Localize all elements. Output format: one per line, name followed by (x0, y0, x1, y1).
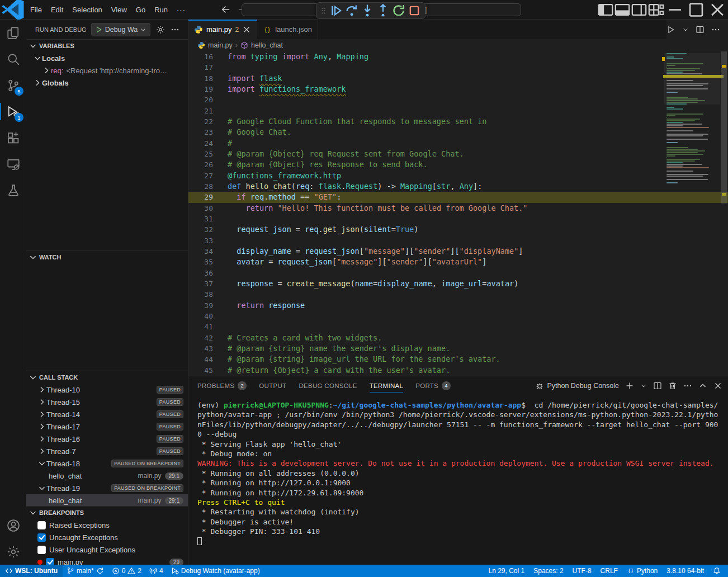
split-terminal-icon[interactable] (653, 381, 662, 390)
breakpoint-checkbox[interactable] (46, 558, 54, 565)
menu-run[interactable]: Run (150, 3, 172, 16)
breakpoints-header[interactable]: BREAKPOINTS (26, 507, 188, 519)
drag-handle-icon[interactable] (320, 7, 328, 15)
call-stack-thread[interactable]: Thread-18PAUSED ON BREAKPOINT (26, 457, 188, 470)
activity-remote-explorer[interactable] (0, 151, 26, 177)
toggle-secondary-sidebar-icon[interactable] (631, 0, 647, 20)
toggle-panel-icon[interactable] (614, 0, 631, 20)
maximize-button[interactable] (686, 0, 707, 20)
code-line[interactable]: 17 (188, 62, 728, 73)
code-line[interactable]: 37 response = create_message(name=displa… (188, 278, 728, 289)
activity-explorer[interactable] (0, 20, 26, 46)
close-tab-icon[interactable] (242, 25, 251, 34)
code-editor[interactable]: 16from typing import Any, Mapping1718imp… (188, 51, 728, 376)
tab-launch-json[interactable]: {} launch.json (257, 20, 318, 39)
restart-icon[interactable] (391, 3, 406, 18)
debug-status[interactable]: Debug Watch (avatar-app) (167, 565, 264, 577)
breakpoint-item[interactable]: Uncaught Exceptions (26, 531, 188, 543)
stop-icon[interactable] (407, 3, 422, 18)
step-into-icon[interactable] (360, 3, 375, 18)
ports-status[interactable]: 4 (145, 565, 167, 577)
code-line[interactable]: 31 (188, 214, 728, 224)
views-more-icon[interactable] (171, 25, 179, 34)
code-line[interactable]: 26# @param {Object} res Response to send… (188, 159, 728, 170)
activity-run-and-debug[interactable]: 1 (0, 98, 26, 125)
customize-layout-icon[interactable] (647, 0, 664, 20)
debug-settings-gear-icon[interactable] (156, 25, 165, 34)
breadcrumb[interactable]: main.py › hello_chat (188, 39, 728, 51)
code-line[interactable]: 25# @param {Object} req Request sent fro… (188, 149, 728, 159)
terminal-dropdown-icon[interactable] (640, 381, 647, 390)
activity-settings[interactable] (0, 538, 26, 565)
call-stack-thread[interactable]: Thread-10PAUSED (26, 384, 188, 396)
terminal-output[interactable]: (env) pierrick@LAPTOP-HKU5PNNG:~/git/goo… (188, 395, 728, 546)
code-line[interactable]: 19import functions_framework (188, 84, 728, 94)
code-line[interactable]: 40 (188, 311, 728, 321)
code-line[interactable]: 18import flask (188, 73, 728, 84)
continue-icon[interactable] (329, 3, 343, 18)
terminal-instance-label[interactable]: Python Debug Console (535, 381, 619, 390)
code-line[interactable]: 34 display_name = request_json["message"… (188, 246, 728, 257)
close-panel-icon[interactable] (713, 381, 722, 390)
breakpoint-checkbox[interactable] (37, 533, 46, 542)
code-line[interactable]: 45# @return {Object} a card with the use… (188, 365, 728, 376)
go-back-icon[interactable] (220, 4, 231, 15)
minimize-button[interactable] (664, 0, 686, 20)
call-stack-frame[interactable]: hello_chatmain.py29:1 (26, 494, 188, 506)
call-stack-header[interactable]: CALL STACK (26, 371, 188, 384)
notifications[interactable] (709, 565, 725, 577)
editor-more-actions-icon[interactable] (711, 25, 720, 34)
variables-header[interactable]: VARIABLES (26, 40, 188, 52)
code-line[interactable]: 33 (188, 235, 728, 246)
step-out-icon[interactable] (376, 3, 390, 18)
variable-req[interactable]: req: <Request 'http://charming-tro… (26, 64, 188, 77)
panel-tab-output[interactable]: OUTPUT (259, 376, 286, 395)
python-version[interactable]: 3.8.10 64-bit (663, 565, 708, 577)
problems-status[interactable]: 02 (108, 565, 145, 577)
activity-testing[interactable] (0, 177, 26, 204)
launch-config-dropdown[interactable]: Debug Wa (91, 23, 151, 36)
code-line[interactable]: 38 (188, 289, 728, 300)
branch-status[interactable]: main* (63, 565, 108, 577)
encoding[interactable]: UTF-8 (569, 565, 595, 577)
start-debug-icon[interactable] (95, 26, 103, 34)
code-line[interactable]: 39 return response (188, 300, 728, 311)
breakpoint-item[interactable]: User Uncaught Exceptions (26, 543, 188, 556)
activity-search[interactable] (0, 46, 26, 72)
variables-scope-locals[interactable]: Locals (26, 52, 188, 64)
minimap[interactable] (666, 53, 718, 372)
menu-go[interactable]: Go (131, 3, 150, 16)
variables-scope-globals[interactable]: Globals (26, 77, 188, 89)
call-stack-thread[interactable]: Thread-19PAUSED ON BREAKPOINT (26, 482, 188, 494)
panel-tab-debug-console[interactable]: DEBUG CONSOLE (299, 376, 357, 395)
run-python-file-icon[interactable] (666, 25, 675, 34)
panel-tab-problems[interactable]: PROBLEMS2 (197, 376, 247, 395)
tab-main-py[interactable]: main.py 2 (188, 20, 257, 39)
activity-source-control[interactable]: 5 (0, 72, 26, 98)
run-options-chevron-icon[interactable] (682, 25, 689, 34)
language-mode[interactable]: {}Python (623, 565, 661, 577)
menu-edit[interactable]: Edit (46, 3, 68, 16)
cursor-position[interactable]: Ln 29, Col 1 (484, 565, 528, 577)
remote-indicator[interactable]: WSL: Ubuntu (0, 565, 63, 577)
breakpoint-checkbox[interactable] (37, 521, 46, 529)
breakpoint-item[interactable]: Raised Exceptions (26, 519, 188, 531)
code-line[interactable]: 32 request_json = req.get_json(silent=Tr… (188, 224, 728, 235)
panel-more-actions-icon[interactable] (683, 381, 692, 390)
panel-tab-ports[interactable]: PORTS4 (415, 376, 451, 395)
new-terminal-icon[interactable] (625, 381, 634, 390)
code-line[interactable]: 43# @param {string} name the sender's di… (188, 343, 728, 354)
indentation[interactable]: Spaces: 2 (530, 565, 567, 577)
code-line[interactable]: 16from typing import Any, Mapping (188, 51, 728, 62)
code-line[interactable]: 23# Google Chat. (188, 127, 728, 138)
maximize-panel-icon[interactable] (698, 381, 707, 390)
call-stack-thread[interactable]: Thread-16PAUSED (26, 433, 188, 445)
code-line[interactable]: 44# @param {string} image_url the URL fo… (188, 354, 728, 365)
kill-terminal-icon[interactable] (668, 381, 677, 390)
editor-scrollbar[interactable] (720, 51, 728, 376)
code-line[interactable]: 21 (188, 106, 728, 116)
breakpoint-checkbox[interactable] (37, 546, 46, 554)
code-line[interactable]: 35 avatar = request_json["message"]["sen… (188, 257, 728, 267)
call-stack-thread[interactable]: Thread-15PAUSED (26, 396, 188, 408)
menu-view[interactable]: View (107, 3, 131, 16)
